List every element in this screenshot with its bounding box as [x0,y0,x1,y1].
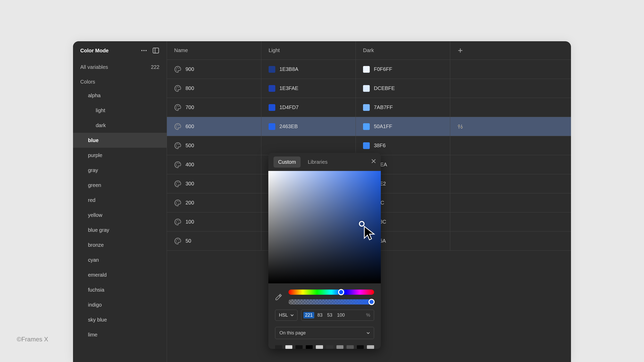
sidebar-item-lime[interactable]: lime [73,327,167,342]
panel-toggle-icon[interactable] [152,47,159,54]
mini-swatch[interactable] [295,345,303,349]
table-row[interactable]: 50038F6 [167,136,571,155]
hex-value: DCEBFE [374,85,395,91]
mini-swatch[interactable] [275,345,282,349]
add-column-button[interactable] [450,41,571,60]
table-row[interactable]: 7001D4FD77AB7FF [167,98,571,117]
sidebar-item-blue[interactable]: blue [73,133,167,148]
sidebar-header: Color Mode [73,41,167,60]
sidebar-item-gray[interactable]: gray [73,163,167,178]
cell-light[interactable] [261,136,356,155]
more-icon[interactable] [140,47,148,54]
alpha-value: 100 [337,312,345,318]
cell-dark[interactable]: F0F6FF [356,60,450,79]
sidebar-item-purple[interactable]: purple [73,148,167,163]
percent-label: % [366,312,370,318]
cell-light[interactable]: 1D4FD7 [261,98,356,117]
sidebar-item-alpha[interactable]: alpha [73,88,167,103]
tab-custom[interactable]: Custom [273,157,301,168]
sidebar-item-cyan[interactable]: cyan [73,252,167,267]
mini-swatch[interactable] [285,345,293,349]
mini-swatch[interactable] [326,345,333,349]
mini-swatch[interactable] [316,345,323,349]
sidebar-item-yellow[interactable]: yellow [73,208,167,223]
cell-name: 800 [167,79,261,98]
cell-actions [450,136,571,155]
all-variables-row[interactable]: All variables 222 [73,60,167,74]
sidebar-item-bronze[interactable]: bronze [73,237,167,252]
cell-actions [450,232,571,250]
sidebar-item-emerald[interactable]: emerald [73,267,167,282]
adjust-icon[interactable] [457,124,463,129]
cell-name: 600 [167,117,261,136]
svg-point-14 [176,89,177,89]
svg-point-27 [176,145,177,145]
cursor-icon [363,225,376,241]
scope-select[interactable]: On this page [275,327,374,339]
cell-dark[interactable]: 50A1FF [356,117,450,136]
svg-point-43 [176,221,177,222]
tab-libraries[interactable]: Libraries [303,157,332,168]
cell-dark[interactable]: 38F6 [356,136,450,155]
saturation-value-picker[interactable] [268,171,381,283]
watermark-text: ©Frames X [17,336,48,343]
mini-swatch[interactable] [357,345,364,349]
close-icon[interactable] [371,159,376,164]
sidebar-item-indigo[interactable]: indigo [73,297,167,312]
svg-point-38 [176,184,177,185]
svg-point-40 [177,201,178,202]
all-variables-count: 222 [151,64,159,70]
sv-thumb[interactable] [359,221,365,227]
hex-value: F0F6FF [374,66,392,72]
color-mode-select[interactable]: HSL [275,310,297,321]
eyedropper-icon[interactable] [275,293,282,301]
mini-swatch[interactable] [336,345,344,349]
cell-light[interactable]: 1E3FAE [261,79,356,98]
cell-dark[interactable]: 7AB7FF [356,98,450,117]
sidebar-item-sky-blue[interactable]: sky blue [73,312,167,327]
svg-point-10 [176,70,177,70]
scope-label: On this page [279,330,306,336]
value-inputs: HSL 221 83 53 100 % [268,308,381,325]
sidebar-item-fuchsia[interactable]: fuchsia [73,282,167,297]
svg-point-17 [179,106,179,106]
svg-point-24 [458,125,460,127]
cell-light[interactable]: 1E3B8A [261,60,356,79]
picker-controls [268,283,381,308]
cell-actions [450,193,571,212]
hex-value: 7AB7FF [374,104,393,110]
sidebar-item-blue-gray[interactable]: blue gray [73,223,167,237]
sidebar-item-green[interactable]: green [73,178,167,193]
table-row[interactable]: 9001E3B8AF0F6FF [167,60,571,79]
svg-point-46 [176,222,177,223]
svg-point-30 [176,146,177,147]
cell-light[interactable]: 2463EB [261,117,356,136]
alpha-thumb[interactable] [368,299,375,305]
mini-swatch[interactable] [367,345,374,349]
cell-dark[interactable]: DCEBFE [356,79,450,98]
svg-point-12 [177,86,178,87]
column-header-name: Name [167,41,261,60]
mini-swatch[interactable] [306,345,313,349]
variable-name: 500 [186,143,194,149]
sidebar-title: Color Mode [80,48,109,54]
svg-point-45 [179,220,179,221]
sidebar-item-dark[interactable]: dark [73,118,167,133]
hue-thumb[interactable] [338,289,344,295]
cell-name: 400 [167,155,261,174]
svg-point-26 [461,127,462,128]
hue-slider[interactable] [288,290,374,295]
hex-value: 1E3FAE [279,85,298,91]
hex-value: 38F6 [374,143,386,149]
hsl-values-input[interactable]: 221 83 53 100 % [301,310,374,321]
svg-point-9 [179,68,179,68]
alpha-slider[interactable] [288,299,374,305]
mini-swatch[interactable] [347,345,354,349]
variable-name: 50 [186,238,191,244]
sidebar-section-colors[interactable]: Colors [73,74,167,88]
sidebar-item-red[interactable]: red [73,193,167,208]
sidebar-item-light[interactable]: light [73,103,167,118]
table-row[interactable]: 6002463EB50A1FF [167,117,571,136]
table-row[interactable]: 8001E3FAEDCEBFE [167,79,571,98]
cell-name: 100 [167,212,261,231]
